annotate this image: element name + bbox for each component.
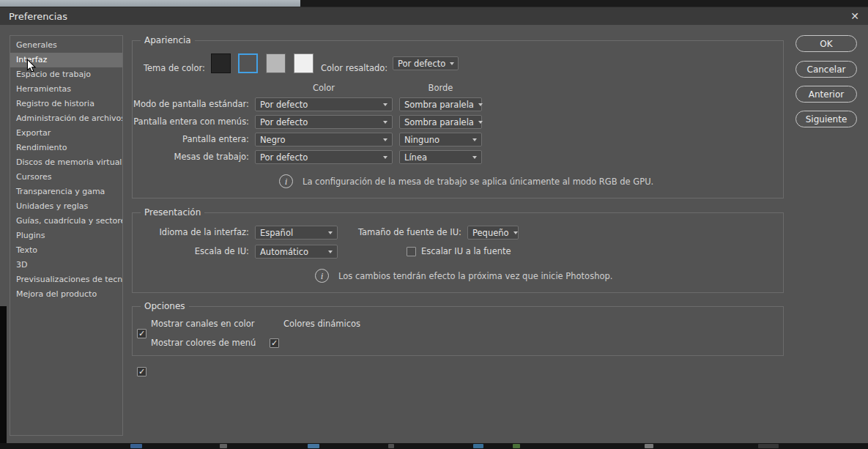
info-icon: i [315, 269, 329, 283]
mostrar-canales-checkbox[interactable] [137, 329, 146, 338]
select-value: Por defecto [398, 59, 445, 69]
background-left-strip [0, 306, 7, 449]
select-value: Español [260, 228, 293, 238]
column-header-color: Color [255, 83, 393, 93]
presentacion-legend: Presentación [141, 207, 204, 218]
pantalla-entera-color-select[interactable]: Negro [255, 133, 393, 146]
mesas-de-trabajo-borde-select[interactable]: Línea [399, 150, 482, 164]
presentacion-note: Los cambios tendrán efecto la próxima ve… [338, 271, 612, 281]
sidebar-item-3d[interactable]: 3D [10, 258, 122, 272]
tamano-fuente-label: Tamaño de fuente de IU: [344, 228, 461, 237]
colores-dinamicos-checkbox[interactable] [270, 338, 279, 348]
taskbar-blip [220, 444, 227, 448]
sidebar-item-generales[interactable]: Generales [10, 38, 122, 53]
mostrar-canales-checkbox-label[interactable]: Mostrar canales en color [151, 319, 255, 329]
info-glyph: i [285, 177, 288, 186]
sidebar-item-previsualizaciones-de-tecnologia[interactable]: Previsualizaciones de tecnología [10, 272, 122, 287]
chevron-down-icon [383, 138, 387, 141]
theme-swatch-darkest[interactable] [211, 53, 231, 73]
sidebar-item-transparencia-y-gama[interactable]: Transparencia y gama [10, 185, 122, 199]
escala-iu-select[interactable]: Automático [255, 245, 338, 259]
modo-pantalla-estandar-color-select[interactable]: Por defecto [255, 97, 393, 111]
sidebar-item-rendimiento[interactable]: Rendimiento [10, 141, 122, 155]
select-value: Ninguno [404, 135, 439, 145]
column-header-borde: Borde [399, 83, 482, 93]
sidebar-item-unidades-y-reglas[interactable]: Unidades y reglas [10, 199, 122, 214]
mostrar-colores-menu-checkbox-label[interactable]: Mostrar colores de menú [151, 338, 256, 348]
anterior-button[interactable]: Anterior [795, 86, 857, 103]
titlebar: Preferencias ✕ [0, 7, 868, 25]
chevron-down-icon [472, 156, 477, 159]
preferences-dialog: Preferencias ✕ Generales Interfaz Espaci… [0, 7, 868, 443]
pantalla-entera-con-menus-borde-select[interactable]: Sombra paralela [399, 115, 482, 129]
close-icon[interactable]: ✕ [850, 11, 859, 21]
sidebar-item-administracion-de-archivos[interactable]: Administración de archivos [10, 111, 122, 126]
modo-pantalla-estandar-label: Modo de pantalla estándar: [132, 100, 249, 109]
chevron-down-icon [383, 156, 387, 159]
modo-pantalla-estandar-borde-select[interactable]: Sombra paralela [399, 97, 482, 111]
taskbar-blip [473, 444, 483, 448]
mesas-de-trabajo-label: Mesas de trabajo: [132, 152, 249, 162]
select-value: Por defecto [260, 117, 308, 127]
escalar-iu-checkbox[interactable] [407, 247, 416, 256]
taskbar-blip [758, 444, 779, 448]
select-value: Por defecto [260, 152, 308, 163]
color-resaltado-label: Color resaltado: [321, 64, 387, 73]
sidebar-item-discos-de-memoria-virtual[interactable]: Discos de memoria virtual [10, 155, 122, 170]
select-value: Sombra paralela [404, 100, 474, 110]
sidebar-item-interfaz[interactable]: Interfaz [10, 53, 122, 67]
pantalla-entera-borde-select[interactable]: Ninguno [399, 133, 482, 146]
sidebar-item-texto[interactable]: Texto [10, 243, 122, 258]
taskbar-blip [513, 444, 520, 448]
opciones-group: Opciones [132, 306, 784, 356]
chevron-down-icon [513, 231, 518, 234]
chevron-down-icon [472, 138, 477, 141]
sidebar-item-cursores[interactable]: Cursores [10, 170, 122, 185]
chevron-down-icon [478, 103, 483, 106]
info-glyph: i [321, 271, 324, 281]
sidebar-item-herramientas[interactable]: Herramientas [10, 82, 122, 97]
sidebar-item-espacio-de-trabajo[interactable]: Espacio de trabajo [10, 67, 122, 82]
theme-swatch-light[interactable] [266, 53, 286, 73]
dialog-title: Preferencias [9, 11, 67, 22]
tamano-fuente-select[interactable]: Pequeño [467, 226, 519, 240]
idioma-select[interactable]: Español [255, 226, 338, 240]
pantalla-entera-con-menus-color-select[interactable]: Por defecto [255, 115, 393, 129]
mostrar-colores-menu-checkbox[interactable] [137, 367, 146, 376]
chevron-down-icon [383, 121, 387, 124]
chevron-down-icon [383, 103, 387, 106]
idioma-label: Idioma de la interfaz: [132, 228, 249, 237]
opciones-legend: Opciones [141, 301, 189, 312]
taskbar-blip [645, 444, 653, 448]
theme-swatch-dark-selected[interactable] [238, 53, 258, 73]
apariencia-legend: Apariencia [141, 35, 195, 46]
cancel-button[interactable]: Cancelar [795, 61, 857, 78]
pantalla-entera-label: Pantalla entera: [132, 135, 249, 144]
taskbar-blip [388, 444, 394, 448]
tema-de-color-label: Tema de color: [132, 64, 205, 73]
siguiente-button[interactable]: Siguiente [795, 111, 857, 127]
select-value: Por defecto [260, 100, 308, 110]
taskbar-blip [130, 444, 142, 448]
sidebar-item-exportar[interactable]: Exportar [10, 126, 122, 141]
select-value: Pequeño [472, 228, 509, 238]
select-value: Sombra paralela [404, 117, 474, 127]
sidebar-item-plugins[interactable]: Plugins [10, 229, 122, 243]
background-bottom-strip [0, 443, 868, 449]
background-top-strip [0, 0, 300, 7]
sidebar-item-registro-de-historia[interactable]: Registro de historia [10, 97, 122, 111]
background-top-strip-dark [300, 0, 868, 7]
chevron-down-icon [450, 62, 454, 65]
escala-iu-label: Escala de IU: [132, 247, 249, 256]
escalar-iu-checkbox-label[interactable]: Escalar IU a la fuente [421, 247, 511, 256]
info-icon: i [279, 174, 293, 188]
chevron-down-icon [328, 251, 333, 253]
mesas-de-trabajo-color-select[interactable]: Por defecto [255, 150, 393, 164]
sidebar-item-mejora-del-producto[interactable]: Mejora del producto [10, 287, 122, 302]
theme-swatch-lightest[interactable] [294, 53, 314, 73]
select-value: Línea [404, 152, 427, 163]
ok-button[interactable]: OK [795, 35, 857, 52]
sidebar-item-guias-cuadricula-y-sectores[interactable]: Guías, cuadrícula y sectores [10, 214, 122, 229]
colores-dinamicos-checkbox-label[interactable]: Colores dinámicos [283, 319, 360, 329]
color-resaltado-select[interactable]: Por defecto [393, 56, 459, 70]
